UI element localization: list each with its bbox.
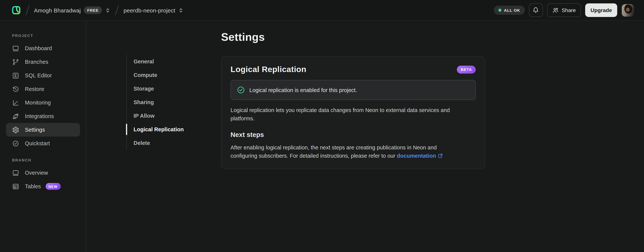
check-circle-icon [12, 140, 19, 147]
breadcrumb-divider [26, 5, 30, 15]
project-name[interactable]: peerdb-neon-project [124, 7, 175, 14]
share-label: Share [562, 7, 576, 13]
alert-text: Logical replication is enabled for this … [250, 87, 357, 93]
status-label: ALL OK [504, 8, 520, 12]
settings-nav-general[interactable]: General [127, 55, 184, 68]
sql-editor-icon [12, 72, 19, 79]
card-header: Logical Replication BETA [230, 65, 476, 74]
page-title: Settings [221, 31, 265, 44]
user-avatar[interactable] [622, 4, 634, 16]
table-icon [12, 183, 19, 190]
history-restore-icon [12, 86, 19, 92]
chevrons-updown-icon[interactable] [105, 7, 111, 13]
gear-icon [12, 126, 19, 133]
sidebar-item-quickstart[interactable]: Quickstart [6, 136, 80, 150]
monitoring-chart-icon [12, 99, 19, 106]
upgrade-button[interactable]: Upgrade [585, 4, 617, 17]
sidebar-spacer [0, 150, 86, 158]
project-selector[interactable]: peerdb-neon-project [124, 7, 184, 14]
notifications-button[interactable] [529, 4, 543, 17]
sidebar-item-sql-editor[interactable]: SQL Editor [6, 69, 80, 82]
settings-nav-compute[interactable]: Compute [127, 68, 184, 82]
integrations-icon [12, 112, 19, 120]
chevrons-updown-icon[interactable] [178, 7, 184, 13]
settings-nav-sharing[interactable]: Sharing [127, 96, 184, 109]
git-branch-icon [12, 58, 19, 66]
settings-nav-logical-replication[interactable]: Logical Replication [127, 122, 184, 136]
neon-logo-icon[interactable] [11, 5, 21, 15]
dashboard-icon [12, 45, 19, 52]
replication-description: Logical replication lets you replicate d… [230, 106, 462, 123]
org-selector[interactable]: Amogh Bharadwaj FREE [34, 6, 111, 14]
card-title: Logical Replication [230, 65, 306, 74]
sidebar-item-tables[interactable]: Tables NEW [6, 180, 80, 193]
sidebar-section-project: PROJECT [12, 34, 86, 38]
next-steps-heading: Next steps [230, 131, 476, 139]
bell-icon [532, 7, 539, 14]
sidebar-item-dashboard[interactable]: Dashboard [6, 42, 80, 55]
sidebar-item-settings[interactable]: Settings [6, 123, 80, 136]
breadcrumb-divider [115, 5, 119, 15]
next-steps-paragraph: After enabling logical replication, the … [230, 143, 462, 160]
sidebar-item-overview[interactable]: Overview [6, 166, 80, 180]
sidebar-item-branches[interactable]: Branches [6, 55, 80, 69]
new-badge: NEW [46, 183, 61, 190]
sidebar-item-restore[interactable]: Restore [6, 82, 80, 96]
documentation-link[interactable]: documentation [397, 153, 436, 159]
top-bar: Amogh Bharadwaj FREE peerdb-neon-project… [0, 0, 644, 21]
overview-icon [12, 169, 19, 176]
success-check-circle-icon [237, 86, 245, 94]
external-link-icon [438, 153, 443, 159]
status-ok-dot-icon [498, 9, 502, 12]
settings-nav-ip-allow[interactable]: IP Allow [127, 109, 184, 122]
replication-enabled-alert: Logical replication is enabled for this … [230, 80, 476, 100]
share-button[interactable]: Share [547, 4, 581, 17]
sidebar-item-integrations[interactable]: Integrations [6, 110, 80, 123]
status-badge[interactable]: ALL OK [494, 6, 525, 15]
breadcrumb: Amogh Bharadwaj FREE peerdb-neon-project [11, 5, 184, 16]
org-name[interactable]: Amogh Bharadwaj [34, 7, 81, 14]
logical-replication-card: Logical Replication BETA Logical replica… [221, 56, 485, 169]
sidebar: PROJECT Dashboard Branches SQL Editor Re… [0, 21, 86, 252]
settings-nav-storage[interactable]: Storage [127, 82, 184, 96]
beta-badge: BETA [457, 66, 476, 74]
settings-subnav: General Compute Storage Sharing IP Allow… [126, 55, 184, 150]
users-icon [552, 7, 559, 14]
sidebar-item-monitoring[interactable]: Monitoring [6, 96, 80, 110]
plan-badge: FREE [84, 6, 102, 14]
top-bar-actions: ALL OK Share Upgrade [494, 4, 634, 17]
settings-nav-delete[interactable]: Delete [127, 136, 184, 150]
app-window: Amogh Bharadwaj FREE peerdb-neon-project… [0, 0, 644, 252]
sidebar-section-branch: BRANCH [12, 158, 86, 162]
